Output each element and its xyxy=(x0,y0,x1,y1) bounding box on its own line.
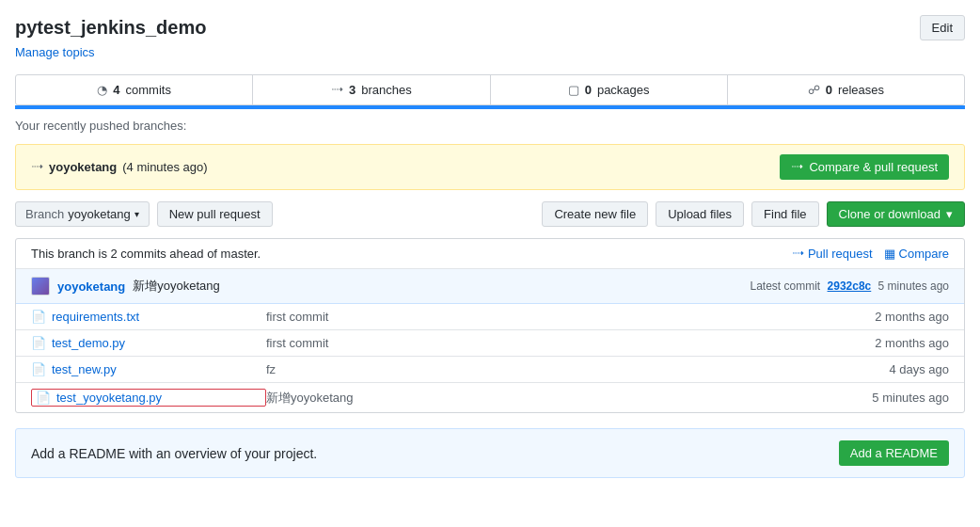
pull-request-link[interactable]: ⭬ Pull request xyxy=(792,247,873,261)
releases-label: releases xyxy=(838,83,884,97)
recently-pushed-text: ⭬ yoyoketang (4 minutes ago) xyxy=(31,160,208,174)
releases-icon: ☍ xyxy=(808,83,820,97)
table-row: 📄test_demo.pyfirst commit2 months ago xyxy=(16,330,964,357)
commit-hash-link[interactable]: 2932c8c xyxy=(828,279,872,293)
file-icon: 📄 xyxy=(31,310,46,324)
branch-name: yoyoketang xyxy=(68,207,131,221)
packages-icon: ▢ xyxy=(568,83,579,97)
packages-count: 0 xyxy=(585,83,592,97)
latest-commit-label: Latest commit xyxy=(751,279,821,293)
commit-time: 5 minutes ago xyxy=(878,279,949,293)
branches-stat[interactable]: ⭬ 3 branches xyxy=(253,75,490,104)
find-file-button[interactable]: Find file xyxy=(751,201,819,227)
recently-pushed-branch: yoyoketang xyxy=(49,160,117,174)
compare-link[interactable]: ▦ Compare xyxy=(884,247,949,261)
commit-message: 新增yoyoketang xyxy=(133,278,220,295)
recently-pushed-banner: ⭬ yoyoketang (4 minutes ago) ⭬ Compare &… xyxy=(15,144,965,190)
file-time: 5 minutes ago xyxy=(836,391,949,405)
file-icon: 📄 xyxy=(36,391,51,405)
file-name-link[interactable]: 📄test_demo.py xyxy=(31,336,266,350)
toolbar-right: Create new file Upload files Find file C… xyxy=(542,201,965,227)
compare-icon: ▦ xyxy=(884,247,895,261)
pull-request-label: Pull request xyxy=(808,247,873,261)
file-name-link[interactable]: 📄test_new.py xyxy=(31,362,266,376)
manage-topics-link[interactable]: Manage topics xyxy=(15,45,95,59)
add-readme-banner: Add a README with an overview of your pr… xyxy=(15,428,965,478)
table-row: 📄test_new.pyfz4 days ago xyxy=(16,357,964,383)
file-commit-message: fz xyxy=(266,362,836,376)
file-time: 2 months ago xyxy=(836,310,949,324)
packages-stat[interactable]: ▢ 0 packages xyxy=(491,75,728,104)
chevron-down-icon: ▾ xyxy=(134,209,139,219)
add-readme-button[interactable]: Add a README xyxy=(839,440,949,466)
file-commit-message: first commit xyxy=(266,310,836,324)
table-row: 📄test_yoyoketang.py新增yoyoketang5 minutes… xyxy=(16,383,964,412)
branch-selector[interactable]: Branch yoyoketang ▾ xyxy=(15,201,150,227)
recently-pushed-label: Your recently pushed branches: xyxy=(15,119,965,133)
avatar xyxy=(31,277,50,295)
branches-icon: ⭬ xyxy=(331,83,343,97)
table-row: 📄requirements.txtfirst commit2 months ag… xyxy=(16,304,964,330)
branch-label: Branch xyxy=(25,207,64,221)
pr-link-icon: ⭬ xyxy=(792,247,804,261)
file-rows-container: 📄requirements.txtfirst commit2 months ag… xyxy=(16,304,964,412)
releases-stat[interactable]: ☍ 0 releases xyxy=(728,75,964,104)
commit-info-left: yoyoketang 新增yoyoketang xyxy=(31,277,220,295)
commit-info-right: Latest commit 2932c8c 5 minutes ago xyxy=(751,279,950,293)
branches-label: branches xyxy=(361,83,411,97)
recently-pushed-time: (4 minutes ago) xyxy=(122,160,207,174)
file-name-text: test_demo.py xyxy=(52,336,125,350)
commits-icon: ◔ xyxy=(97,83,107,97)
upload-files-button[interactable]: Upload files xyxy=(656,201,744,227)
file-name-text: test_new.py xyxy=(52,362,117,376)
branches-count: 3 xyxy=(349,83,356,97)
commits-label: commits xyxy=(126,83,171,97)
file-table: This branch is 2 commits ahead of master… xyxy=(15,238,965,413)
pr-icon: ⭬ xyxy=(791,160,803,174)
file-name-link[interactable]: 📄test_yoyoketang.py xyxy=(31,389,266,407)
commit-author-link[interactable]: yoyoketang xyxy=(57,279,125,294)
stats-bar: ◔ 4 commits ⭬ 3 branches ▢ 0 packages ☍ … xyxy=(15,74,965,105)
branch-actions: ⭬ Pull request ▦ Compare xyxy=(792,247,949,261)
commits-count: 4 xyxy=(113,83,119,97)
file-name-text: requirements.txt xyxy=(52,310,139,324)
new-pull-request-button[interactable]: New pull request xyxy=(157,201,273,227)
toolbar-left: Branch yoyoketang ▾ New pull request xyxy=(15,201,273,227)
file-commit-message: first commit xyxy=(266,336,836,350)
file-name-link[interactable]: 📄requirements.txt xyxy=(31,310,266,324)
clone-chevron-icon: ▾ xyxy=(946,207,953,221)
compare-label: Compare xyxy=(899,247,949,261)
file-time: 2 months ago xyxy=(836,336,949,350)
commits-stat[interactable]: ◔ 4 commits xyxy=(16,75,253,104)
create-new-file-button[interactable]: Create new file xyxy=(542,201,648,227)
branch-ahead-text: This branch is 2 commits ahead of master… xyxy=(31,247,261,261)
clone-label: Clone or download xyxy=(839,207,940,221)
toolbar: Branch yoyoketang ▾ New pull request Cre… xyxy=(15,201,965,227)
add-readme-text: Add a README with an overview of your pr… xyxy=(31,446,317,461)
progress-bar xyxy=(15,105,965,109)
file-icon: 📄 xyxy=(31,336,46,350)
file-time: 4 days ago xyxy=(836,362,949,376)
file-icon: 📄 xyxy=(31,362,46,376)
compare-pull-request-button[interactable]: ⭬ Compare & pull request xyxy=(780,154,949,180)
edit-button[interactable]: Edit xyxy=(920,15,965,40)
file-name-text: test_yoyoketang.py xyxy=(56,391,162,405)
file-commit-message: 新增yoyoketang xyxy=(266,390,836,407)
commit-info-row: yoyoketang 新增yoyoketang Latest commit 29… xyxy=(16,269,964,304)
clone-or-download-button[interactable]: Clone or download ▾ xyxy=(827,201,965,227)
releases-count: 0 xyxy=(826,83,832,97)
branch-icon: ⭬ xyxy=(31,160,43,174)
branch-ahead-row: This branch is 2 commits ahead of master… xyxy=(16,239,964,269)
packages-label: packages xyxy=(597,83,650,97)
compare-pr-label: Compare & pull request xyxy=(809,160,938,174)
repo-title: pytest_jenkins_demo xyxy=(15,17,206,39)
